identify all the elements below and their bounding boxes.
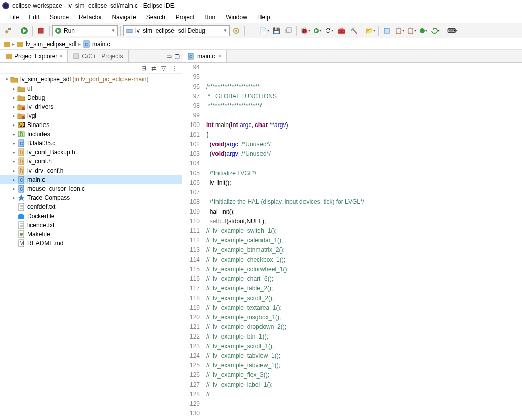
code-line[interactable]: // lv_example_textarea_1(); — [206, 303, 522, 313]
code-line[interactable]: int main(int argc, char **argv) — [206, 120, 522, 130]
code-line[interactable]: lv_init(); — [206, 178, 522, 188]
menu-run[interactable]: Run — [199, 12, 221, 23]
project-tree[interactable]: lv_sim_eclipse_sdl (in lv_port_pc_eclips… — [0, 74, 182, 420]
code-line[interactable]: // lv_example_scroll_1(); — [206, 342, 522, 351]
code-editor[interactable]: 9495969798991001011021031041051061071081… — [182, 63, 522, 420]
tree-item-binaries[interactable]: 01Binaries — [0, 120, 182, 130]
tree-item-lvgl[interactable]: lvgl — [0, 111, 182, 120]
breadcrumb-file[interactable]: main.c — [92, 40, 110, 48]
tree-item-makefile[interactable]: Makefile — [0, 230, 182, 239]
menu-search[interactable]: Search — [141, 12, 170, 23]
code-line[interactable]: /*Initialize the HAL (display, input dev… — [206, 197, 522, 207]
code-line[interactable]: { — [206, 130, 522, 140]
code-line[interactable]: // lv_example_calendar_1(); — [206, 236, 522, 245]
menu-help[interactable]: Help — [252, 12, 275, 23]
launch-config-dropdown[interactable]: lv_sim_eclipse_sdl Debug ▼ — [123, 25, 230, 36]
next-annotation-icon[interactable]: 📋▾ — [394, 25, 405, 36]
stop-button[interactable] — [35, 25, 47, 36]
code-line[interactable]: // lv_example_btnmatrix_2(); — [206, 245, 522, 255]
tree-item-dockerfile[interactable]: Dockerfile — [0, 212, 182, 221]
view-menu-icon[interactable]: ⋮ — [171, 65, 179, 72]
expand-arrow-icon[interactable] — [10, 150, 17, 155]
tree-item-includes[interactable]: hIncludes — [0, 130, 182, 139]
prev-annotation-icon[interactable]: 📋▾ — [406, 25, 417, 36]
tree-item-main-c[interactable]: cmain.c — [0, 175, 182, 184]
code-line[interactable]: // lv_example_btn_1(); — [206, 332, 522, 342]
code-line[interactable]: // lv_example_checkbox_1(); — [206, 255, 522, 265]
code-line[interactable]: /********************** — [206, 82, 522, 92]
menu-refactor[interactable]: Refactor — [74, 12, 107, 23]
code-line[interactable] — [206, 188, 522, 197]
code-line[interactable]: **********************/ — [206, 101, 522, 111]
code-line[interactable] — [206, 409, 522, 418]
menu-source[interactable]: Source — [45, 12, 74, 23]
run-config-dropdown[interactable]: Run ▼ — [52, 25, 118, 36]
tree-item-lv-drivers[interactable]: lv_drivers — [0, 102, 182, 111]
code-line[interactable] — [206, 399, 522, 409]
menu-project[interactable]: Project — [170, 12, 199, 23]
new-class-icon[interactable]: ▾ — [418, 25, 429, 36]
run-button[interactable] — [19, 25, 30, 36]
editor-tab-main-c[interactable]: c main.c × — [182, 50, 227, 62]
build-icon[interactable]: 🔨 — [348, 25, 359, 36]
step-icon[interactable] — [381, 25, 393, 36]
code-line[interactable]: // lv_example_colorwheel_1(); — [206, 265, 522, 274]
tree-item-lv-drv-conf-h[interactable]: hlv_drv_conf.h — [0, 166, 182, 175]
tree-item-readme-md[interactable]: MREADME.md — [0, 239, 182, 248]
code-line[interactable]: (void)argc; /*Unused*/ — [206, 140, 522, 149]
code-line[interactable]: hal_init(); — [206, 207, 522, 217]
new-dropdown-icon[interactable]: 📄▾ — [258, 25, 270, 36]
code-line[interactable]: /*Initialize LVGL*/ — [206, 169, 522, 178]
expand-arrow-icon[interactable] — [10, 132, 17, 137]
menu-navigate[interactable]: Navigate — [107, 12, 141, 23]
tree-item-lv-conf-backup-h[interactable]: hlv_conf_Backup.h — [0, 148, 182, 157]
code-line[interactable]: (void)argv; /*Unused*/ — [206, 149, 522, 159]
expand-arrow-icon[interactable] — [10, 86, 17, 91]
code-line[interactable] — [206, 111, 522, 120]
tree-item-lv-conf-h[interactable]: hlv_conf.h — [0, 157, 182, 166]
expand-arrow-icon[interactable] — [10, 122, 17, 128]
expand-arrow-icon[interactable] — [10, 113, 17, 118]
code-line[interactable] — [206, 63, 522, 72]
tree-item-bjalal35-c[interactable]: cBJalal35.c — [0, 139, 182, 148]
minimize-icon[interactable]: ▭ — [166, 53, 172, 60]
expand-arrow-icon[interactable] — [3, 77, 10, 82]
code-line[interactable] — [206, 72, 522, 82]
hammer-icon[interactable] — [2, 25, 13, 36]
tab-project-explorer[interactable]: Project Explorer × — [0, 50, 68, 62]
menu-file[interactable]: File — [4, 12, 24, 23]
menu-window[interactable]: Window — [221, 12, 252, 23]
code-line[interactable]: // lv_example_switch_1(); — [206, 226, 522, 236]
tree-root[interactable]: lv_sim_eclipse_sdl (in lv_port_pc_eclips… — [0, 75, 182, 84]
tree-item-debug[interactable]: Debug — [0, 93, 182, 102]
tree-item-licence-txt[interactable]: licence.txt — [0, 221, 182, 230]
tree-item-mouse-cursor-icon-c[interactable]: cmouse_cursor_icon.c — [0, 184, 182, 193]
menu-edit[interactable]: Edit — [24, 12, 45, 23]
breadcrumb-project[interactable]: lv_sim_eclipse_sdl — [26, 40, 76, 48]
expand-arrow-icon[interactable] — [10, 168, 17, 173]
code-line[interactable]: setbuf(stdout,NULL); — [206, 217, 522, 226]
maximize-icon[interactable]: ▢ — [174, 53, 180, 60]
save-icon[interactable]: 💾 — [271, 25, 282, 36]
code-area[interactable]: /********************** * GLOBAL FUNCTIO… — [203, 63, 522, 420]
expand-arrow-icon[interactable] — [10, 95, 17, 100]
expand-arrow-icon[interactable] — [10, 195, 17, 200]
code-line[interactable]: // lv_example_tabview_1(); — [206, 351, 522, 361]
close-icon[interactable]: × — [218, 53, 221, 59]
tree-item-confdef-txt[interactable]: confdef.txt — [0, 202, 182, 212]
gear-icon[interactable] — [231, 25, 242, 36]
run-icon[interactable]: ▾ — [312, 25, 323, 36]
code-line[interactable]: // lv_example_tabview_1(); — [206, 361, 522, 370]
terminal-icon[interactable]: ⌨▾ — [447, 25, 458, 36]
expand-arrow-icon[interactable] — [10, 141, 17, 146]
code-line[interactable]: // lv_example_msgbox_1(); — [206, 313, 522, 322]
open-type-icon[interactable]: 📂▾ — [365, 25, 376, 36]
debug-icon[interactable]: 🐞▾ — [299, 25, 311, 36]
code-line[interactable]: // lv_example_flex_3(); — [206, 370, 522, 380]
collapse-all-icon[interactable]: ⊟ — [141, 65, 148, 72]
link-editor-icon[interactable]: ⇄ — [151, 65, 158, 72]
expand-arrow-icon[interactable] — [10, 159, 17, 164]
code-line[interactable]: // lv_example_scroll_2(); — [206, 293, 522, 303]
expand-arrow-icon[interactable] — [10, 186, 17, 191]
profile-icon[interactable]: ⏱▾ — [324, 25, 335, 36]
